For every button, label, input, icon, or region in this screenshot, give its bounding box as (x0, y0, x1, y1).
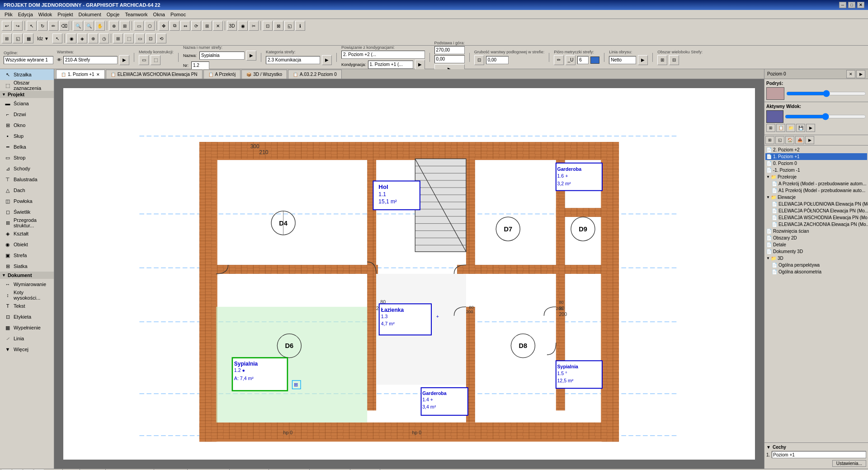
tree-item-detale[interactable]: 📄 Detale (765, 241, 867, 248)
delete-tool[interactable]: ✕ (213, 21, 223, 31)
menu-plik[interactable]: Plik (2, 11, 15, 18)
sidebar-item-slup[interactable]: ▪ Słup (0, 131, 54, 141)
projekt-section-header[interactable]: ▼ Projekt (0, 91, 54, 98)
sidebar-item-powloka[interactable]: ◫ Powłoka (0, 196, 54, 207)
tree-item-rozwiniecia[interactable]: 📄 Rozwinięcia ścian (765, 228, 867, 235)
floor-plan[interactable]: D4 D7 D9 D6 D8 (63, 88, 755, 460)
linia-arrow[interactable]: ▶ (638, 55, 648, 65)
tab-elewacja[interactable]: 📋 ELEWACJA WSCHODNIA Elewacja PN (106, 70, 203, 79)
sidebar-item-siatka[interactable]: ⊞ Siatka (0, 261, 54, 272)
tree-item-aksonometria[interactable]: 📄 Ogólna aksonometria (771, 268, 867, 275)
ctx-podstawa-field[interactable]: 270,00 (434, 46, 465, 54)
sidebar-item-ksztalt[interactable]: ◈ Kształt (0, 228, 54, 239)
tb2-btn1[interactable]: ⊞ (2, 33, 12, 43)
copy-tool[interactable]: ⧉ (170, 21, 179, 31)
sidebar-item-strefa[interactable]: ▣ Strefa (0, 250, 54, 261)
menu-dokument[interactable]: Dokument (76, 11, 104, 18)
minimize-button[interactable]: ─ (839, 2, 846, 8)
sidebar-item-wypelnienie[interactable]: ▦ Wypełnienie (0, 322, 54, 333)
array-tool[interactable]: ⊞ (202, 21, 212, 31)
dokument-section-header[interactable]: ▼ Dokument (0, 272, 54, 279)
sidebar-item-wymiarowanie[interactable]: ↔ Wymiarowanie (0, 279, 54, 290)
tree-item-przekroje[interactable]: ▼ 📁 Przekroje (765, 174, 867, 180)
tree-item-a1przekroj[interactable]: 📄 A1 Przekrój (Model - przebudowanie aut… (771, 187, 867, 194)
sidebar-item-przegroda[interactable]: ⊞ Przegroda struktur... (0, 217, 54, 228)
kondygnacja-arrow[interactable]: ▶ (415, 60, 425, 70)
tree-item-poziom0[interactable]: 📄 0. Poziom 0 (765, 160, 867, 167)
sidebar-item-balustrada[interactable]: ⊤ Balustrada (0, 174, 54, 185)
kategoria-arrow[interactable]: ▶ (322, 55, 332, 65)
tree-item-poziom-1[interactable]: 📄 -1. Poziom -1 (765, 167, 867, 174)
tree-item-obszary2d[interactable]: 📄 Obszary 2D (765, 235, 867, 241)
menu-teamwork[interactable]: Teamwork (122, 11, 150, 18)
rp-close-btn[interactable]: ✕ (846, 70, 855, 78)
metody-btn2[interactable]: ⬚ (151, 55, 160, 65)
ctx-grubosc-field[interactable]: 0,00 (486, 56, 509, 64)
aktywny-btn4[interactable]: 💾 (796, 124, 805, 132)
sidebar-item-linia[interactable]: ⟋ Linia (0, 333, 54, 344)
aktywny-btn5[interactable]: ▶ (806, 124, 815, 132)
tree-item-elwsch[interactable]: 📄 ELEWACJA WSCHODNIA Elewacja PN (Mo... (771, 214, 867, 221)
tb2-btn13[interactable]: ⟲ (156, 33, 166, 43)
tab-przekroj[interactable]: 📋 A Przekrój (203, 70, 241, 79)
sidebar-item-strzalka[interactable]: ↖ Strzałka (0, 69, 54, 80)
tree-item-poziom1[interactable]: 📄 1. Poziom +1 (765, 153, 867, 160)
mirror-tool[interactable]: ⇔ (180, 21, 190, 31)
menu-okna[interactable]: Okna (151, 11, 168, 18)
ctx-ogolne-field[interactable]: Wszystkie wybrane 1 (4, 56, 53, 64)
tb2-btn8[interactable]: ◷ (99, 33, 109, 43)
move-tool[interactable]: ✥ (159, 21, 169, 31)
menu-edycja[interactable]: Edycja (15, 11, 36, 18)
ctx-warstwa-field[interactable]: 210-A Strefy (63, 56, 118, 64)
menu-projekt[interactable]: Projekt (55, 11, 75, 18)
pointer-tool[interactable]: ↖ (27, 21, 37, 31)
nazwa-arrow[interactable]: ▶ (246, 51, 256, 61)
obszar-icon[interactable]: ⊞ (657, 55, 667, 65)
sidebar-item-obszar[interactable]: ⬚ Obszar zaznaczenia (0, 80, 54, 91)
tb2-btn12[interactable]: ⊡ (146, 33, 156, 43)
aktywny-btn2[interactable]: 📋 (776, 124, 785, 132)
tb2-btn5[interactable]: ◉ (66, 33, 76, 43)
cechy-ustawienia-btn[interactable]: Ustawienia... (832, 460, 866, 467)
restore-button[interactable]: □ (848, 2, 855, 8)
rotate-copy-tool[interactable]: ⟳ (191, 21, 201, 31)
rectangle-tool[interactable]: ▭ (134, 21, 144, 31)
tab-close-poziom1[interactable]: ✕ (96, 72, 100, 77)
sidebar-item-drzwi[interactable]: ⌐ Drzwi (0, 109, 54, 120)
tree-btn1[interactable]: ⊞ (765, 136, 774, 144)
tree-expand[interactable]: ▶ (805, 136, 814, 144)
ungroup-btn[interactable]: ⊠ (274, 21, 283, 31)
metody-btn1[interactable]: ▭ (139, 55, 149, 65)
sidebar-item-koty[interactable]: ↕ Koty wysokości... (0, 290, 54, 301)
ctx-kondygnacja-field[interactable]: 1. Poziom +1 (... (368, 61, 413, 69)
ctx-powiazanie-field[interactable]: 2. Poziom +2 (... (341, 51, 425, 59)
aktywny-btn1[interactable]: ⊞ (766, 124, 775, 132)
sidebar-item-wiecej[interactable]: ▼ Więcej (0, 344, 54, 355)
rotate-tool[interactable]: ↻ (38, 21, 47, 31)
ctx-linia-field[interactable]: Netto (609, 56, 636, 64)
section-btn[interactable]: ✂ (249, 21, 259, 31)
render-btn[interactable]: ◉ (238, 21, 248, 31)
sidebar-item-okno[interactable]: ⊞ Okno (0, 120, 54, 131)
piero-icon[interactable]: ✏ (554, 55, 564, 65)
tree-item-aprzekroj[interactable]: 📄 A Przekrój (Model - przebudowanie auto… (771, 180, 867, 187)
warstwa-more-btn[interactable]: ▶ (119, 55, 129, 65)
sidebar-item-strop[interactable]: ▭ Strop (0, 152, 54, 163)
tab-3d[interactable]: 📦 3D / Wszystko (241, 70, 287, 79)
redo-button[interactable]: ↪ (13, 21, 23, 31)
tb2-btn3[interactable]: ▦ (24, 33, 33, 43)
pencil-tool[interactable]: ✏ (48, 21, 58, 31)
tb2-btn6[interactable]: ◈ (77, 33, 87, 43)
ctx-nr-field[interactable]: 1.2 (191, 61, 209, 70)
tree-item-perspektywa[interactable]: 📄 Ogólna perspektywa (771, 262, 867, 268)
ctx-kategoria-field[interactable]: 2.3 Komunikacja (266, 56, 320, 64)
info-btn[interactable]: ℹ (295, 21, 305, 31)
tb2-btn4[interactable]: ↖ (52, 33, 62, 43)
tree-item-dok3d[interactable]: 📄 Dokumenty 3D (765, 248, 867, 255)
canvas-area[interactable]: 📋 1. Poziom +1 ✕ 📋 ELEWACJA WSCHODNIA El… (54, 69, 764, 469)
undo-button[interactable]: ↩ (2, 21, 12, 31)
group-btn[interactable]: ⊡ (263, 21, 273, 31)
tab-poziom0[interactable]: 📋 A.03.2.2 Poziom 0 (288, 70, 342, 79)
snap-btn[interactable]: ⊕ (109, 21, 119, 31)
eraser-tool[interactable]: ⌫ (59, 21, 69, 31)
